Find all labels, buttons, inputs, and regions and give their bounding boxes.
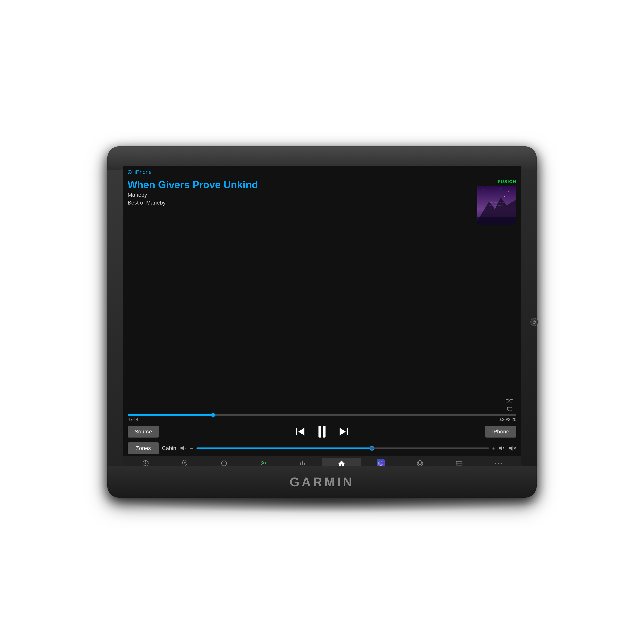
svg-rect-21 (347, 428, 348, 435)
window-icon (456, 460, 463, 467)
bottom-bezel: GARMIN (107, 466, 537, 498)
header-bar: iPhone (123, 166, 521, 177)
power-icon (532, 320, 536, 324)
svg-marker-15 (512, 402, 513, 403)
chart-icon-bg (377, 459, 385, 467)
controls-row: Source (123, 423, 521, 440)
pause-bar-left (318, 426, 321, 438)
album-art: WHEN GIVERS PROVE UNKIND MARIEBY (477, 186, 516, 225)
svg-point-38 (262, 462, 264, 464)
svg-marker-22 (181, 446, 184, 451)
pause-icon (316, 425, 328, 439)
svg-marker-28 (509, 446, 512, 451)
map-icon (182, 460, 188, 467)
next-button[interactable] (338, 425, 350, 438)
svg-marker-17 (507, 410, 509, 411)
svg-line-50 (421, 461, 421, 462)
svg-marker-1 (129, 171, 130, 173)
rescue-icon (416, 460, 423, 467)
volume-down-icon (180, 445, 187, 452)
time-total: 2:20 (508, 417, 516, 422)
progress-thumb[interactable] (211, 413, 215, 417)
iphone-button[interactable]: iPhone (485, 426, 516, 438)
svg-line-53 (421, 462, 423, 463)
track-info: When Givers Prove Unkind Marieby Best of… (128, 179, 473, 395)
screen-content: iPhone When Givers Prove Unkind Marieby … (123, 166, 521, 470)
svg-rect-18 (296, 428, 297, 435)
svg-point-7 (487, 195, 487, 196)
svg-line-49 (419, 461, 419, 462)
main-content: When Givers Prove Unkind Marieby Best of… (123, 177, 521, 397)
fusion-brand: FUSION (498, 179, 516, 184)
svg-line-39 (262, 460, 263, 462)
svg-rect-42 (304, 463, 305, 465)
svg-point-35 (184, 462, 186, 463)
home-icon (338, 460, 345, 467)
next-icon (338, 425, 350, 438)
svg-marker-43 (338, 461, 345, 466)
garmin-device: iPhone When Givers Prove Unkind Marieby … (107, 146, 537, 498)
svg-point-32 (145, 463, 146, 464)
pause-bar-right (323, 426, 326, 438)
prev-button[interactable] (294, 425, 306, 438)
vol-minus-label: – (190, 445, 193, 451)
volume-fill (197, 447, 372, 449)
repeat-icon[interactable] (506, 406, 513, 412)
info-icon: i (221, 460, 227, 467)
device-body: iPhone When Givers Prove Unkind Marieby … (107, 146, 537, 498)
svg-point-8 (504, 196, 505, 197)
playback-controls (163, 425, 481, 439)
header-source-name: iPhone (135, 169, 152, 175)
time-current: 0:30 (498, 417, 507, 422)
track-time: 0:30/2:20 (498, 417, 516, 422)
volume-thumb[interactable] (370, 446, 374, 451)
svg-marker-20 (340, 428, 346, 436)
source-back-icon (128, 169, 133, 175)
svg-text:WHEN GIVERS: WHEN GIVERS (489, 201, 504, 204)
svg-line-51 (417, 462, 419, 463)
pause-button[interactable] (316, 425, 328, 439)
progress-section: 4 of 4 0:30/2:20 (123, 413, 521, 423)
svg-point-4 (493, 192, 493, 193)
zone-name: Cabin (162, 445, 176, 451)
svg-text:i: i (223, 461, 224, 465)
svg-point-58 (498, 463, 499, 464)
volume-slider[interactable] (197, 447, 489, 449)
svg-point-5 (501, 189, 501, 189)
volume-up-icon (498, 445, 505, 452)
svg-marker-24 (499, 446, 502, 451)
svg-line-54 (421, 464, 423, 464)
source-button[interactable]: Source (128, 426, 159, 438)
svg-marker-19 (298, 428, 304, 436)
svg-marker-16 (511, 407, 512, 408)
power-button[interactable] (530, 318, 538, 326)
shuffle-repeat-row (123, 397, 521, 413)
svg-marker-14 (512, 399, 513, 400)
svg-rect-41 (302, 461, 303, 465)
svg-point-3 (483, 189, 484, 190)
vol-plus-label: + (492, 445, 495, 451)
autopilot-icon (142, 460, 149, 467)
shuffle-icon[interactable] (506, 398, 513, 404)
svg-point-47 (417, 461, 423, 466)
track-album: Best of Marieby (128, 200, 473, 206)
chart-icon (378, 460, 384, 466)
radio-icon (260, 460, 267, 467)
prev-icon (294, 425, 306, 438)
track-artist: Marieby (128, 192, 473, 198)
svg-rect-10 (477, 217, 516, 225)
more-icon (495, 462, 502, 464)
zones-button[interactable]: Zones (128, 442, 159, 454)
svg-line-52 (417, 464, 419, 464)
svg-point-57 (495, 463, 496, 464)
svg-text:PROVE UNKIND: PROVE UNKIND (489, 204, 505, 207)
mute-icon[interactable] (509, 445, 516, 452)
equalizer-icon (299, 460, 306, 467)
volume-row: Zones Cabin – + (123, 440, 521, 456)
progress-fill (128, 414, 213, 416)
screen: iPhone When Givers Prove Unkind Marieby … (123, 166, 521, 470)
progress-labels: 4 of 4 0:30/2:20 (128, 417, 516, 422)
progress-bar[interactable] (128, 414, 516, 416)
svg-rect-40 (300, 463, 301, 465)
track-position: 4 of 4 (128, 417, 138, 422)
